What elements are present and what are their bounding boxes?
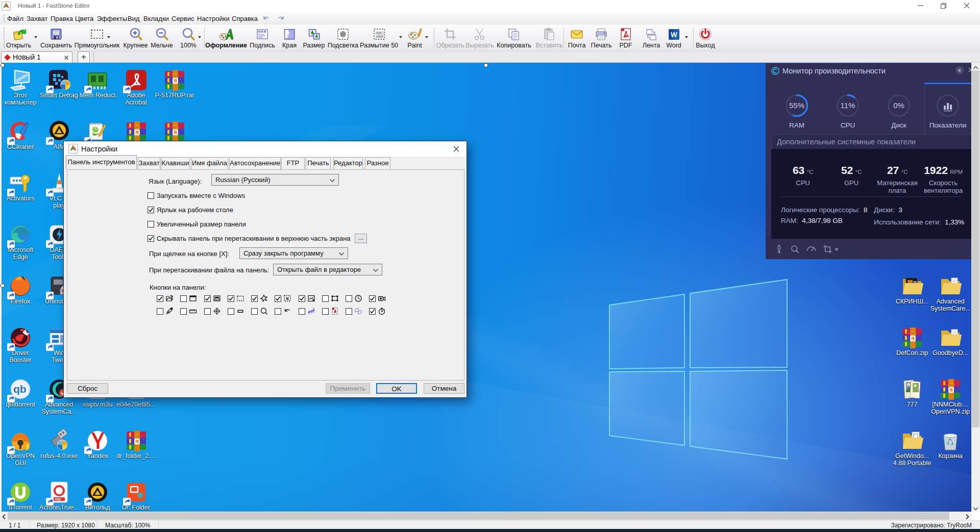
svg-text:ABC: ABC bbox=[376, 31, 383, 35]
svg-text:АБВ: АБВ bbox=[376, 35, 383, 38]
